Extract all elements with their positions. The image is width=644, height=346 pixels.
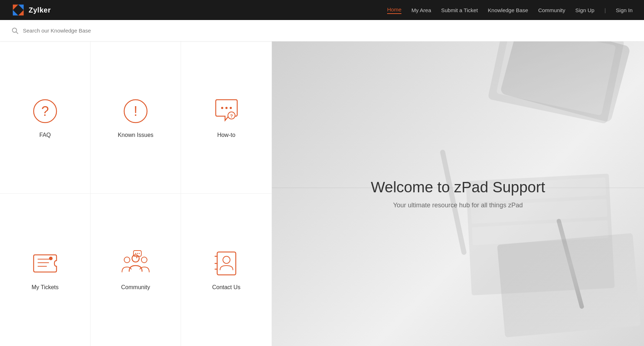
svg-point-25 bbox=[139, 253, 140, 254]
hero-title: Welcome to zPad Support bbox=[371, 179, 545, 196]
navbar: Zylker Home My Area Submit a Ticket Know… bbox=[0, 0, 644, 20]
nav-sign-in[interactable]: Sign In bbox=[616, 7, 633, 13]
cards-grid: ? FAQ ! Known Issues ? bbox=[0, 41, 272, 346]
nav-sign-up[interactable]: Sign Up bbox=[575, 7, 594, 13]
search-icon bbox=[11, 27, 19, 34]
community-icon bbox=[121, 249, 150, 278]
nav-divider: | bbox=[604, 7, 606, 13]
nav-links: Home My Area Submit a Ticket Knowledge B… bbox=[387, 6, 633, 14]
faq-icon: ? bbox=[31, 97, 59, 125]
svg-point-12 bbox=[225, 107, 228, 109]
svg-marker-1 bbox=[13, 5, 18, 10]
how-to-icon: ? bbox=[212, 97, 241, 125]
card-how-to-label: How-to bbox=[217, 132, 235, 138]
nav-submit-ticket[interactable]: Submit a Ticket bbox=[441, 7, 478, 13]
svg-point-13 bbox=[230, 107, 232, 109]
card-my-tickets-label: My Tickets bbox=[31, 284, 59, 291]
svg-marker-4 bbox=[13, 10, 18, 15]
card-community[interactable]: Community bbox=[91, 194, 181, 346]
svg-point-21 bbox=[124, 257, 130, 263]
nav-home[interactable]: Home bbox=[387, 6, 401, 14]
brand[interactable]: Zylker bbox=[11, 3, 51, 17]
svg-text:?: ? bbox=[41, 104, 49, 119]
main-layout: ? FAQ ! Known Issues ? bbox=[0, 41, 644, 346]
card-community-label: Community bbox=[121, 284, 150, 291]
search-bar bbox=[0, 20, 644, 41]
card-known-issues-label: Known Issues bbox=[118, 132, 153, 138]
card-how-to[interactable]: ? How-to bbox=[181, 41, 272, 194]
nav-knowledge-base[interactable]: Knowledge Base bbox=[488, 7, 528, 13]
card-contact-us[interactable]: Contact Us bbox=[181, 194, 272, 346]
nav-my-area[interactable]: My Area bbox=[411, 7, 431, 13]
card-faq-label: FAQ bbox=[39, 132, 51, 138]
hero-content: Welcome to zPad Support Your ultimate re… bbox=[356, 164, 559, 223]
hero-panel: Welcome to zPad Support Your ultimate re… bbox=[272, 41, 644, 346]
my-tickets-icon bbox=[31, 249, 59, 278]
svg-text:?: ? bbox=[230, 113, 233, 119]
svg-text:!: ! bbox=[134, 104, 138, 119]
svg-point-27 bbox=[223, 256, 230, 263]
svg-point-20 bbox=[132, 255, 139, 262]
svg-point-24 bbox=[137, 253, 138, 254]
hero-subtitle: Your ultimate resource hub for all thing… bbox=[371, 202, 545, 209]
svg-marker-2 bbox=[18, 10, 24, 15]
card-known-issues[interactable]: ! Known Issues bbox=[91, 41, 181, 194]
card-contact-us-label: Contact Us bbox=[212, 284, 240, 291]
card-faq[interactable]: ? FAQ bbox=[0, 41, 91, 194]
search-input[interactable] bbox=[23, 28, 166, 34]
brand-logo-icon bbox=[11, 3, 25, 17]
svg-point-11 bbox=[221, 107, 223, 109]
svg-marker-3 bbox=[18, 5, 24, 10]
svg-point-19 bbox=[49, 257, 53, 260]
card-my-tickets[interactable]: My Tickets bbox=[0, 194, 91, 346]
brand-name: Zylker bbox=[29, 6, 51, 14]
known-issues-icon: ! bbox=[121, 97, 150, 125]
svg-point-23 bbox=[135, 253, 136, 254]
contact-us-icon bbox=[212, 249, 241, 278]
svg-line-6 bbox=[16, 32, 18, 34]
nav-community[interactable]: Community bbox=[538, 7, 565, 13]
svg-rect-32 bbox=[496, 41, 616, 115]
svg-point-22 bbox=[141, 257, 147, 263]
